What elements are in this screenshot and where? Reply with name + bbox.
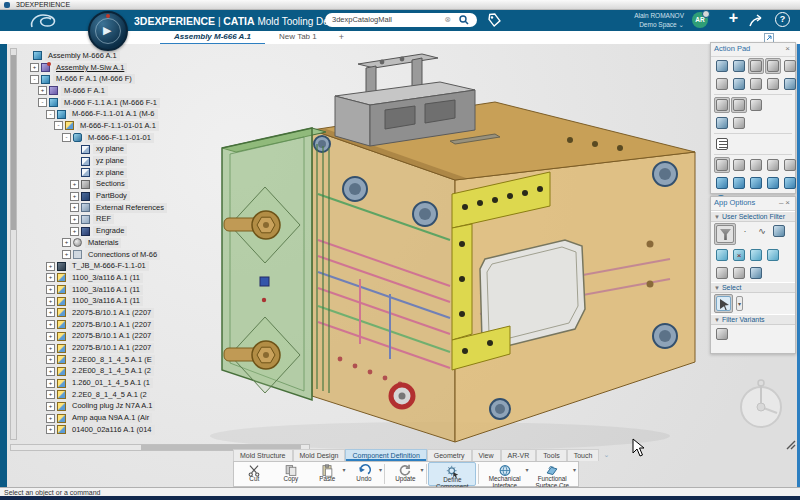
tool-icon[interactable] (714, 76, 730, 92)
tree-expander-icon[interactable]: + (46, 414, 55, 423)
tree-item[interactable]: -M-666-F-1.1-01 A.1 (M-6 (20, 108, 320, 120)
tool-icon[interactable]: · (737, 223, 753, 245)
tool-icon[interactable] (748, 265, 764, 281)
action-bar-tab[interactable]: Geometry (427, 449, 472, 461)
tree-item[interactable]: zx plane (20, 167, 320, 179)
dropdown-caret-icon[interactable]: ▾ (421, 466, 424, 473)
section-header[interactable]: ▼User Selection Filter (711, 211, 795, 222)
paste-button[interactable]: Paste▾ (309, 462, 346, 486)
scissors-button[interactable]: Cut (236, 462, 273, 486)
tool-icon[interactable]: ∿ (754, 223, 770, 245)
tool-icon[interactable] (731, 76, 747, 92)
define-button[interactable]: Define Component (428, 462, 476, 486)
tool-icon[interactable] (714, 97, 730, 113)
tree-item[interactable]: +Sections (20, 179, 320, 191)
action-bar-tab[interactable]: AR-VR (501, 449, 537, 461)
add-content-button[interactable]: + (729, 9, 738, 27)
tree-item[interactable]: +1.260_01_1_4_5 A.1 (1 (20, 377, 320, 389)
tree-item[interactable]: -M-666-F-1.1-01-01 A.1 (20, 120, 320, 132)
tree-expander-icon[interactable]: + (46, 308, 55, 317)
action-bar-tab[interactable]: Component Definition (345, 449, 426, 461)
tree-item[interactable]: +2.2E00_8_1_4_5 A.1 (2 (20, 366, 320, 378)
mech-button[interactable]: Mechanical Interface▾ (481, 462, 528, 486)
tree-item[interactable]: +T_JB_M-666-F-1.1-01 (20, 260, 320, 272)
tool-icon[interactable] (782, 175, 798, 191)
tree-expander-icon[interactable]: - (46, 110, 55, 119)
search-input[interactable]: 3dexpCatalogMall ⊗ (325, 13, 477, 27)
tree-expander-icon[interactable]: + (46, 320, 55, 329)
tree-item[interactable]: +22075-B/10.1 A.1 (2207 (20, 331, 320, 343)
tool-icon[interactable] (731, 157, 747, 173)
tree-item[interactable]: yz plane (20, 155, 320, 167)
tree-item[interactable]: +Connections of M-66 (20, 249, 320, 261)
app-options-close-button[interactable]: × (785, 198, 792, 207)
tree-item[interactable]: +22075-B/10.1 A.1 (2207 (20, 319, 320, 331)
dropdown-caret-icon[interactable]: ▾ (379, 466, 382, 473)
tree-expander-icon[interactable]: + (62, 250, 71, 259)
tree-expander-icon[interactable]: + (70, 227, 79, 236)
search-icon[interactable] (459, 15, 469, 25)
tree-item[interactable]: +External References (20, 202, 320, 214)
tool-icon[interactable] (748, 97, 764, 113)
tool-icon[interactable] (765, 175, 781, 191)
tool-icon[interactable] (714, 136, 730, 152)
tool-icon[interactable] (731, 58, 747, 74)
tree-expander-icon[interactable]: + (46, 332, 55, 341)
tree-item[interactable]: -M-666 F A.1 (M-666 F) (20, 73, 320, 85)
tree-item[interactable]: +Assembly M-Slw A.1 (20, 62, 320, 74)
tree-expander-icon[interactable]: - (30, 75, 39, 84)
tree-item[interactable]: +PartBody (20, 190, 320, 202)
section-collapse-icon[interactable]: ▼ (714, 285, 720, 291)
tree-expander-icon[interactable]: + (46, 390, 55, 399)
tool-icon[interactable] (765, 247, 781, 263)
tree-item[interactable]: +22075-B/10.1 A.1 (2207 (20, 342, 320, 354)
section-header[interactable]: ▼Filter Variants (711, 314, 795, 325)
tree-expander-icon[interactable]: + (46, 297, 55, 306)
tree-item[interactable]: +01400_02a116 A.1 (014 (20, 424, 320, 436)
tree-item[interactable]: +2.2E00_8_1_4_5 A.1 (E (20, 354, 320, 366)
tree-expander-icon[interactable]: + (70, 215, 79, 224)
tree-vertical-scrollbar[interactable] (10, 48, 17, 440)
tree-item[interactable]: +1100_3/a116 A.1 (11 (20, 295, 320, 307)
search-value[interactable]: 3dexpCatalogMall (325, 13, 392, 27)
tool-icon[interactable] (765, 76, 781, 92)
tree-expander-icon[interactable]: + (46, 344, 55, 353)
tree-expander-icon[interactable]: + (70, 180, 79, 189)
tree-expander-icon[interactable]: - (54, 121, 63, 130)
tool-icon[interactable] (714, 247, 730, 263)
tool-icon[interactable] (782, 58, 798, 74)
tree-item[interactable]: +2.2E0_8_1_4_5 A.1 (2 (20, 389, 320, 401)
tree-expander-icon[interactable]: + (38, 86, 47, 95)
vscroll-thumb[interactable] (11, 55, 16, 230)
document-tab[interactable]: New Tab 1 (265, 31, 331, 43)
tree-expander-icon[interactable]: - (38, 98, 47, 107)
tool-icon[interactable] (748, 58, 764, 74)
tree-item[interactable]: Assembly M-666 A.1 (20, 50, 320, 62)
tool-icon[interactable] (714, 115, 730, 131)
section-collapse-icon[interactable]: ▼ (714, 317, 720, 323)
tree-expander-icon[interactable]: + (46, 402, 55, 411)
tool-icon[interactable]: × (731, 247, 747, 263)
tool-icon[interactable] (714, 326, 730, 342)
share-icon[interactable] (748, 14, 764, 27)
tree-item[interactable]: +1100_3/a116 A.1 (11 (20, 284, 320, 296)
tree-item[interactable]: -M-666 F-1.1 A.1 (M-666 F-1 (20, 97, 320, 109)
surf-button[interactable]: Functional Surface Cre▾ (529, 462, 576, 486)
tree-expander-icon[interactable]: + (46, 425, 55, 434)
help-button[interactable]: ? (775, 12, 790, 27)
tool-icon[interactable] (765, 58, 781, 74)
tool-icon[interactable] (748, 76, 764, 92)
tool-icon[interactable] (714, 294, 733, 313)
tool-icon[interactable] (731, 97, 747, 113)
tree-expander-icon[interactable]: + (46, 262, 55, 271)
action-pad-close-button[interactable]: × (785, 44, 792, 53)
tree-expander-icon[interactable]: + (46, 273, 55, 282)
document-tab[interactable]: Assembly M-666 A.1 (160, 31, 265, 45)
tree-expander-icon[interactable]: - (62, 133, 71, 142)
action-bar-tab[interactable]: Touch (567, 449, 600, 461)
copy-button[interactable]: Copy (273, 462, 310, 486)
tree-expander-icon[interactable]: + (46, 355, 55, 364)
tree-item[interactable]: +Amp aqua N9A A.1 (Air (20, 412, 320, 424)
tree-expander-icon[interactable]: + (70, 192, 79, 201)
section-header[interactable]: ▼Select (711, 282, 795, 293)
